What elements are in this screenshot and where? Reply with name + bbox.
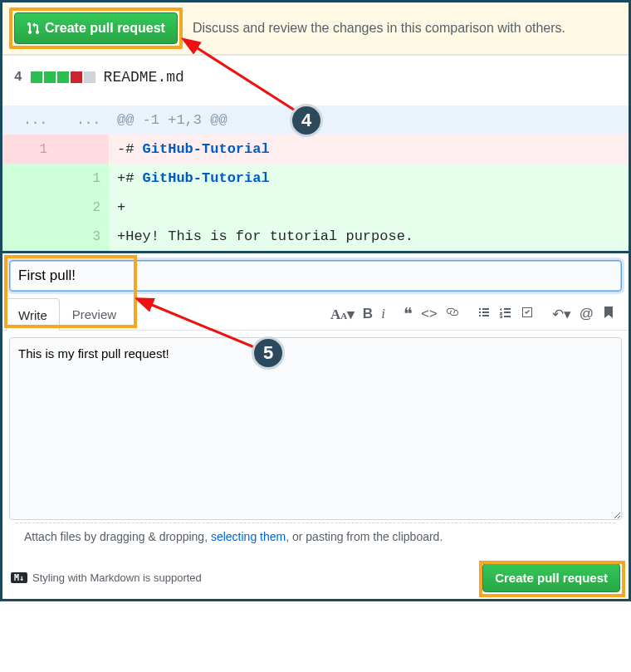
task-list-icon[interactable] — [521, 306, 534, 323]
formatting-toolbar: AA▾ B i ❝ <> ↶▾ @ — [330, 306, 625, 323]
diff-row: 1+# GitHub-Tutorial — [2, 164, 629, 193]
italic-icon[interactable]: i — [381, 306, 385, 322]
diff-row: 2+ — [2, 193, 629, 222]
mention-icon[interactable]: @ — [580, 306, 594, 322]
attach-bar: Attach files by dragging & dropping, sel… — [16, 522, 615, 550]
code-icon[interactable]: <> — [421, 306, 438, 322]
tab-write[interactable]: Write — [6, 298, 60, 331]
file-diff-block: 4 README.md ......@@ -1 +1,3 @@1-# GitHu… — [2, 55, 629, 251]
create-pull-request-label: Create pull request — [45, 21, 165, 36]
banner-description: Discuss and review the changes in this c… — [193, 21, 565, 36]
diff-table: ......@@ -1 +1,3 @@1-# GitHub-Tutorial1+… — [2, 105, 629, 251]
pr-form: Write Preview AA▾ B i ❝ <> — [2, 251, 629, 599]
link-icon[interactable] — [446, 306, 459, 323]
title-wrap — [2, 253, 629, 298]
diff-code: -# GitHub-Tutorial — [109, 135, 629, 164]
bulleted-list-icon[interactable] — [477, 306, 491, 323]
numbered-list-icon[interactable] — [499, 306, 512, 323]
diff-stat-square — [44, 71, 56, 83]
attach-select-link[interactable]: selecting them — [211, 530, 286, 543]
markdown-badge-icon: M↓ — [11, 572, 27, 583]
diff-code: + — [109, 193, 629, 222]
diff-code: +# GitHub-Tutorial — [109, 164, 629, 193]
markdown-supported-text: Styling with Markdown is supported — [32, 571, 202, 584]
diff-code: +Hey! This is for tutorial purpose. — [109, 222, 629, 251]
diff-stat-square — [31, 71, 42, 83]
tabs-row: Write Preview AA▾ B i ❝ <> — [2, 298, 629, 331]
diff-row: 3+Hey! This is for tutorial purpose. — [2, 222, 629, 251]
diff-stat-square — [71, 71, 82, 83]
footer-row: M↓ Styling with Markdown is supported Cr… — [2, 557, 629, 599]
create-pull-request-button-bottom[interactable]: Create pull request — [482, 563, 620, 592]
quote-icon[interactable]: ❝ — [404, 310, 413, 318]
create-pull-request-button-top[interactable]: Create pull request — [14, 12, 178, 44]
diff-stat-square — [84, 71, 95, 83]
pr-title-input[interactable] — [9, 260, 622, 292]
bookmark-icon[interactable] — [602, 306, 615, 323]
diff-filename: README.md — [104, 69, 184, 86]
text-size-icon[interactable]: AA▾ — [330, 306, 355, 323]
hunk-text: @@ -1 +1,3 @@ — [109, 105, 629, 135]
diff-change-count: 4 — [14, 70, 22, 85]
pr-body-textarea[interactable] — [9, 337, 622, 520]
textarea-wrap: Attach files by dragging & dropping, sel… — [2, 331, 629, 557]
diff-stat-squares — [31, 71, 95, 83]
pull-request-icon — [27, 22, 40, 35]
tabs: Write Preview — [6, 298, 129, 330]
diff-hunk-row: ......@@ -1 +1,3 @@ — [2, 105, 629, 135]
diff-stat-square — [57, 71, 69, 83]
bold-icon[interactable]: B — [363, 306, 373, 322]
attach-suffix: , or pasting from the clipboard. — [286, 530, 443, 543]
attach-prefix: Attach files by dragging & dropping, — [24, 530, 211, 543]
page-root: Create pull request Discuss and review t… — [0, 0, 631, 601]
highlight-create-top: Create pull request — [9, 7, 183, 49]
file-header: 4 README.md — [2, 56, 629, 105]
reply-icon[interactable]: ↶▾ — [552, 306, 571, 323]
compare-banner: Create pull request Discuss and review t… — [2, 2, 629, 55]
diff-row: 1-# GitHub-Tutorial — [2, 135, 629, 164]
tab-preview[interactable]: Preview — [60, 298, 129, 330]
